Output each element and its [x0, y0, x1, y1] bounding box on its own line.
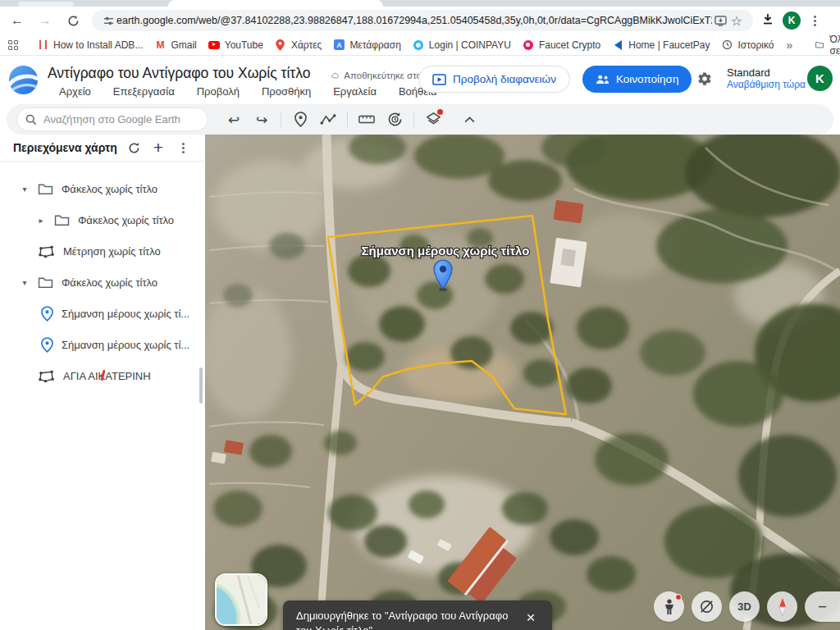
redo-icon[interactable]: ↪	[248, 106, 276, 134]
settings-gear-icon[interactable]	[696, 71, 714, 89]
downloads-icon[interactable]	[761, 12, 774, 29]
placemark-pin-icon	[41, 306, 53, 322]
tree-item-folder[interactable]: ▾ Φάκελος χωρίς τίτλο	[0, 173, 205, 204]
menu-add[interactable]: Προσθήκη	[262, 85, 311, 98]
bookmarks-overflow-icon[interactable]: »	[779, 39, 799, 52]
tree-item-folder[interactable]: ▾ Φάκελος χωρίς τίτλο	[0, 267, 205, 298]
measure-polygon-icon	[38, 244, 55, 258]
toast-close-icon[interactable]: ×	[519, 609, 542, 630]
compass-needle-icon	[775, 597, 790, 617]
menu-tools[interactable]: Εργαλεία	[333, 85, 377, 98]
creation-toast: Δημιουργήθηκε το "Αντίγραφο του Αντίγραφ…	[283, 600, 552, 630]
bookmark-item[interactable]: Faucet Crypto	[517, 37, 606, 53]
slideshow-button[interactable]: Προβολή διαφανειών	[418, 66, 570, 93]
expand-toggle-icon[interactable]: ▾	[20, 185, 30, 194]
map-style-layers-icon[interactable]	[419, 106, 447, 134]
search-input[interactable]	[43, 113, 183, 126]
earth-toolbar: ↩ ↪	[7, 104, 833, 135]
toast-message: Δημιουργήθηκε το "Αντίγραφο του Αντίγραφ…	[296, 609, 519, 630]
menu-file[interactable]: Αρχείο	[59, 85, 91, 98]
bookmark-item[interactable]: Home | FaucetPay	[606, 37, 715, 53]
reload-icon[interactable]	[62, 10, 84, 31]
faucet-crypto-icon	[523, 39, 534, 51]
tree-item-label: Φάκελος χωρίς τίτλο	[62, 183, 158, 195]
google-earth-logo[interactable]	[8, 65, 39, 95]
plan-name: Standard	[727, 66, 806, 79]
expand-toggle-icon[interactable]: ▸	[36, 216, 46, 225]
draw-path-icon[interactable]	[314, 106, 342, 134]
all-bookmarks-button[interactable]: Όλοι οι σελιδοδείκτες	[815, 34, 840, 57]
apps-grid-icon[interactable]	[8, 40, 18, 50]
url-text[interactable]: earth.google.com/web/@37.84102288,23.988…	[116, 15, 712, 26]
browser-toolbar: ← → earth.google.com/web/@37.84102288,23…	[0, 7, 840, 34]
tree-item-placemark[interactable]: Σήμανση μέρους χωρίς τί...	[0, 298, 205, 329]
orbit-icon	[699, 599, 714, 614]
project-title[interactable]: Αντίγραφο του Αντίγραφο του Χωρίς τίτλο	[48, 65, 310, 82]
bookmark-item[interactable]: How to Install ADB...	[31, 37, 148, 53]
placemark-pin-icon	[41, 337, 53, 353]
toolbar-collapse-icon[interactable]	[455, 106, 483, 134]
faucetpay-icon	[612, 39, 623, 51]
tree-item-measurement[interactable]: Μέτρηση χωρίς τίτλο	[0, 235, 205, 267]
site-settings-icon[interactable]	[100, 16, 116, 26]
bookmark-item[interactable]: MGmail	[148, 37, 202, 53]
bookmark-item[interactable]: Login | COINPAYU	[407, 37, 517, 53]
measure-ruler-icon[interactable]	[353, 106, 381, 134]
orbit-button[interactable]	[692, 591, 722, 622]
layers-alert-dot	[437, 109, 443, 115]
menu-edit[interactable]: Επεξεργασία	[113, 85, 175, 98]
tab-active[interactable]	[168, 0, 383, 7]
bookmark-item[interactable]: YouTube	[203, 37, 269, 53]
back-icon[interactable]: ←	[7, 10, 28, 31]
bookmark-item[interactable]: AΜετάφραση	[327, 37, 406, 53]
panel-scrollbar[interactable]	[199, 368, 203, 404]
folder-icon	[38, 276, 53, 289]
menu-view[interactable]: Προβολή	[197, 85, 240, 98]
pegman-icon	[664, 599, 675, 615]
menubar: Αρχείο Επεξεργασία Προβολή Προσθήκη Εργα…	[59, 85, 436, 98]
search-box[interactable]	[16, 107, 208, 131]
refresh-icon[interactable]	[121, 135, 146, 160]
upgrade-link[interactable]: Αναβάθμιση τώρα	[727, 79, 806, 91]
minimap-overview[interactable]	[215, 573, 267, 626]
bookmark-item[interactable]: Ιστορικό	[715, 37, 779, 53]
browser-profile-avatar[interactable]: K	[783, 11, 801, 30]
historical-imagery-icon[interactable]	[381, 106, 409, 134]
forward-icon[interactable]: →	[34, 10, 56, 31]
tree-item-placemark[interactable]: Σήμανση μέρους χωρίς τί...	[0, 329, 205, 360]
bookmark-item[interactable]: Χάρτες	[269, 37, 327, 53]
install-app-icon[interactable]	[712, 16, 728, 26]
placemark-label: Σήμανση μέρους χωρίς τίτλο	[362, 244, 530, 258]
tree-item-label: Φάκελος χωρίς τίτλο	[78, 214, 174, 226]
panel-header: Περιεχόμενα χάρτη +	[0, 135, 205, 162]
add-item-icon[interactable]: +	[146, 135, 171, 160]
tree-item-label: Σήμανση μέρους χωρίς τί...	[62, 339, 189, 351]
pegman-streetview-button[interactable]	[654, 591, 684, 622]
search-icon	[25, 114, 37, 126]
zoom-out-button[interactable]: −	[818, 598, 827, 616]
map-contents-panel: Περιεχόμενα χάρτη + ▾ Φάκελος χωρίς τίτλ…	[0, 135, 205, 630]
3d-toggle-button[interactable]: 3D	[729, 591, 760, 622]
gmail-icon: M	[154, 39, 166, 51]
tree-item-folder[interactable]: ▸ Φάκελος χωρίς τίτλο	[0, 204, 205, 235]
satellite-map[interactable]: Σήμανση μέρους χωρίς τίτλο	[205, 135, 840, 630]
tree-item-measurement[interactable]: ΑΓΙΑ ΑΙΚΑΤΕΡΙΝΗ	[0, 360, 205, 391]
add-placemark-icon[interactable]	[286, 106, 314, 134]
panel-menu-icon[interactable]	[171, 135, 195, 160]
bookmark-star-icon[interactable]: ☆	[728, 13, 745, 29]
panel-title: Περιεχόμενα χάρτη	[13, 141, 121, 154]
browser-window: ← → earth.google.com/web/@37.84102288,23…	[0, 0, 840, 630]
account-avatar[interactable]: K	[807, 66, 833, 91]
history-icon	[721, 39, 733, 51]
undo-icon[interactable]: ↩	[220, 106, 248, 134]
earth-header: Αντίγραφο του Αντίγραφο του Χωρίς τίτλο …	[0, 56, 840, 105]
folder-icon	[54, 214, 70, 226]
url-bar[interactable]: earth.google.com/web/@37.84102288,23.988…	[92, 10, 753, 31]
compass[interactable]	[767, 591, 797, 622]
folder-icon	[815, 39, 824, 50]
expand-toggle-icon[interactable]: ▾	[20, 278, 30, 287]
browser-menu-icon[interactable]	[809, 14, 821, 28]
bookmarks-bar: How to Install ADB... MGmail YouTube Χάρ…	[0, 34, 840, 56]
share-button[interactable]: Κοινοποίηση	[582, 66, 692, 93]
cloud-saved-icon	[331, 71, 339, 80]
